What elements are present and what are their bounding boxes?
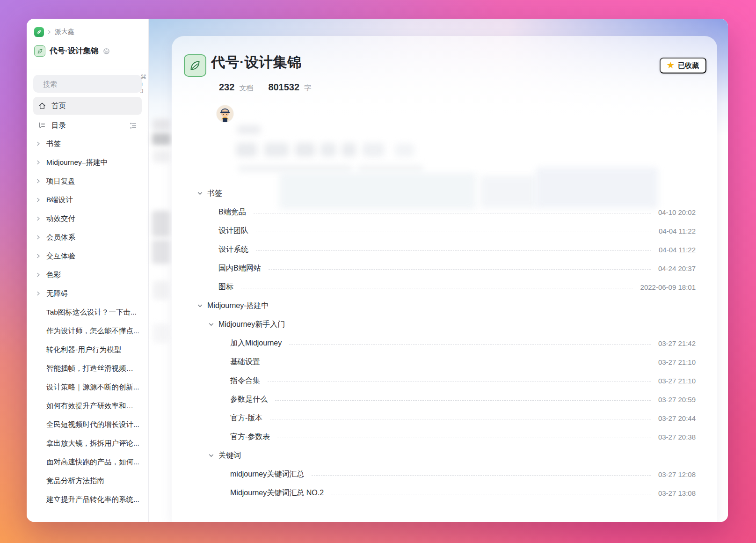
doc-tree-row[interactable]: B端竞品04-10 20:02 <box>172 203 696 221</box>
chevron-right-icon[interactable] <box>35 160 42 165</box>
chevron-down-icon[interactable] <box>196 191 203 196</box>
doc-tree-row[interactable]: 官方-参数表03-27 20:38 <box>172 427 696 446</box>
sidebar-doc-item[interactable]: 如何有效提升产研效率和质量 <box>33 396 142 415</box>
sidebar-tree-item[interactable]: 项目复盘 <box>33 172 142 191</box>
doc-date: 03-27 21:42 <box>658 339 696 347</box>
word-count-unit: 字 <box>304 84 311 93</box>
doc-tree-row[interactable]: 设计系统04-04 11:22 <box>172 240 696 259</box>
doc-title[interactable]: 关键词 <box>218 451 241 461</box>
doc-tree-row[interactable]: 国内B端网站04-24 20:37 <box>172 259 696 278</box>
doc-title[interactable]: 指令合集 <box>230 376 260 386</box>
search-shortcut: ⌘ + J <box>140 73 147 95</box>
doc-title[interactable]: 书签 <box>207 189 222 198</box>
chevron-right-icon[interactable] <box>35 216 42 221</box>
app-window: 派大鑫 代号·设计集锦 ⌘ + J 首页 目录 书签Midjourney–搭建中… <box>27 19 728 522</box>
doc-tree-section[interactable]: 关键词 <box>172 446 696 465</box>
sidebar-doc-item[interactable]: 设计策略｜源源不断的创新... <box>33 378 142 396</box>
blurred-content <box>153 324 169 343</box>
sidebar-tree-item[interactable]: Midjourney–搭建中 <box>33 153 142 172</box>
doc-tree-row[interactable]: 指令合集03-27 21:10 <box>172 371 696 390</box>
chevron-right-icon[interactable] <box>35 291 42 296</box>
chevron-down-icon[interactable] <box>196 303 203 308</box>
star-icon: ★ <box>667 61 674 69</box>
search-input[interactable] <box>43 80 136 88</box>
doc-title[interactable]: Midjourney新手入门 <box>218 320 285 330</box>
sidebar-doc-item[interactable]: 全民短视频时代的增长设计... <box>33 415 142 434</box>
doc-title[interactable]: Midjourney关键词汇总 NO.2 <box>230 488 324 498</box>
doc-tree-row[interactable]: Midjourney关键词汇总 NO.203-27 13:08 <box>172 484 696 502</box>
sidebar-item-label: Midjourney–搭建中 <box>46 158 108 168</box>
chevron-right-icon[interactable] <box>35 141 42 146</box>
doc-title[interactable]: 官方-参数表 <box>230 432 270 442</box>
sidebar-item-toc[interactable]: 目录 <box>33 117 142 134</box>
doc-title[interactable]: 基础设置 <box>230 357 260 367</box>
breadcrumb-workspace-name[interactable]: 派大鑫 <box>55 28 74 36</box>
sidebar-tree-item[interactable]: 交互体验 <box>33 247 142 265</box>
sidebar-item-label: 如何有效提升产研效率和质量 <box>46 401 140 411</box>
doc-title[interactable]: B端竞品 <box>218 207 246 217</box>
doc-count-unit: 文档 <box>239 84 253 93</box>
sidebar-doc-item[interactable]: 转化利器-用户行为模型 <box>33 340 142 359</box>
doc-date: 03-27 21:10 <box>658 377 696 385</box>
dotted-leader <box>268 382 651 382</box>
page-title: 代号·设计集锦 <box>211 53 302 72</box>
doc-tree-row[interactable]: 官方-版本03-27 20:44 <box>172 409 696 427</box>
chevron-down-icon[interactable] <box>208 322 214 327</box>
page-leaf-icon[interactable] <box>184 54 206 77</box>
doc-tree-row[interactable]: 基础设置03-27 21:10 <box>172 352 696 371</box>
doc-title[interactable]: 国内B端网站 <box>218 264 261 273</box>
doc-title[interactable]: 设计团队 <box>218 226 248 236</box>
workspace-header[interactable]: 代号·设计集锦 <box>34 44 141 58</box>
sidebar-doc-item[interactable]: 智能插帧，打造丝滑视频体验 <box>33 359 142 378</box>
dotted-leader <box>269 269 651 270</box>
sidebar-doc-item[interactable]: 竞品分析方法指南 <box>33 471 142 490</box>
doc-tree-row[interactable]: 设计团队04-04 11:22 <box>172 221 696 240</box>
sidebar-tree-item[interactable]: B端设计 <box>33 191 142 209</box>
breadcrumb[interactable]: 派大鑫 <box>34 26 141 37</box>
sidebar-doc-item[interactable]: 建立提升产品转化率的系统... <box>33 490 142 509</box>
sidebar-doc-item[interactable]: 面对高速快跑的产品，如何... <box>33 453 142 471</box>
doc-title[interactable]: Midjourney-搭建中 <box>207 301 269 311</box>
sidebar-doc-list: Tab图标这么设计？一下击...作为设计师，怎么能不懂点...转化利器-用户行为… <box>33 303 142 509</box>
doc-title[interactable]: 官方-版本 <box>230 413 262 423</box>
doc-date: 03-27 20:59 <box>658 396 696 404</box>
sidebar-item-label: 会员体系 <box>46 233 75 242</box>
blurred-content <box>153 150 170 163</box>
sidebar-tree-item[interactable]: 会员体系 <box>33 228 142 247</box>
doc-title[interactable]: 图标 <box>218 282 233 292</box>
sidebar-item-label: 动效交付 <box>46 214 75 224</box>
doc-tree-row[interactable]: midjourney关键词汇总03-27 12:08 <box>172 465 696 484</box>
doc-title[interactable]: 加入Midjourney <box>230 338 282 348</box>
chevron-right-icon[interactable] <box>35 272 42 277</box>
sidebar-tree-item[interactable]: 色彩 <box>33 265 142 284</box>
sidebar-doc-item[interactable]: 作为设计师，怎么能不懂点... <box>33 322 142 340</box>
chevron-right-icon[interactable] <box>35 235 42 240</box>
chevron-down-icon[interactable] <box>208 453 214 458</box>
chevron-right-icon[interactable] <box>35 198 42 202</box>
favorited-button[interactable]: ★ 已收藏 <box>660 58 706 73</box>
avatar[interactable] <box>217 105 233 122</box>
main-pane: 代号·设计集锦 232 文档 801532 字 ★ 已收藏 <box>149 19 728 522</box>
collapse-all-icon[interactable] <box>129 122 137 130</box>
sidebar-doc-item[interactable]: Tab图标这么设计？一下击... <box>33 303 142 322</box>
doc-tree-row[interactable]: 参数是什么03-27 20:59 <box>172 390 696 409</box>
doc-title[interactable]: 参数是什么 <box>230 395 268 404</box>
doc-tree-row[interactable]: 加入Midjourney03-27 21:42 <box>172 334 696 352</box>
doc-tree-section[interactable]: 书签 <box>172 184 696 203</box>
sidebar-tree-item[interactable]: 动效交付 <box>33 209 142 228</box>
doc-title[interactable]: midjourney关键词汇总 <box>230 470 304 479</box>
dotted-leader <box>289 344 651 345</box>
sidebar-tree-item[interactable]: 书签 <box>33 134 142 153</box>
sidebar-tree-item[interactable]: 无障碍 <box>33 284 142 303</box>
doc-tree-section[interactable]: Midjourney新手入门 <box>172 315 696 334</box>
doc-tree-row[interactable]: 图标2022-06-09 18:01 <box>172 278 696 296</box>
search-box[interactable]: ⌘ + J <box>33 75 142 93</box>
sidebar-item-home[interactable]: 首页 <box>33 97 142 115</box>
workspace-leaf-icon <box>34 45 45 57</box>
doc-title[interactable]: 设计系统 <box>218 245 248 255</box>
chevron-right-icon[interactable] <box>35 254 42 258</box>
sidebar-item-label: B端设计 <box>46 195 73 205</box>
doc-tree-section[interactable]: Midjourney-搭建中 <box>172 296 696 315</box>
chevron-right-icon[interactable] <box>35 179 42 183</box>
sidebar-doc-item[interactable]: 拿出放大镜，拆拆用户评论... <box>33 434 142 453</box>
